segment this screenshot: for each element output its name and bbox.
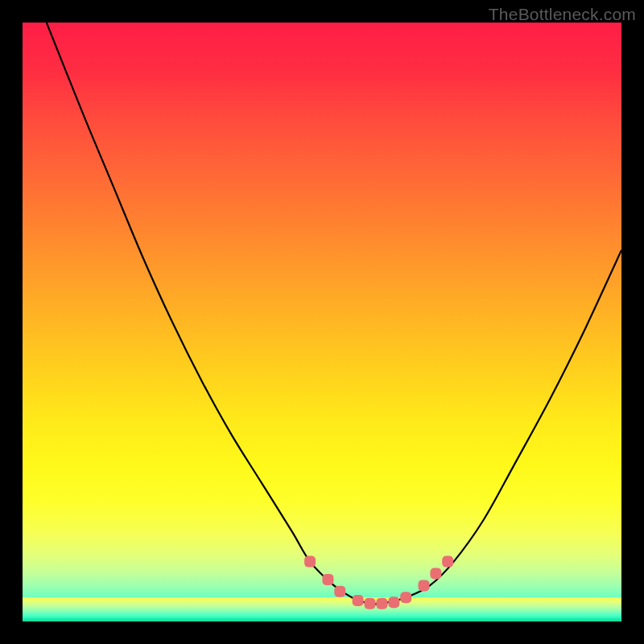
watermark-text: TheBottleneck.com [489, 5, 636, 24]
highlight-marker [365, 598, 376, 609]
highlight-marker [400, 592, 411, 603]
highlight-marker [442, 556, 453, 568]
highlight-marker [334, 586, 345, 597]
highlight-marker [322, 574, 333, 585]
plot-area [23, 23, 621, 621]
bottleneck-curve-path [47, 23, 621, 605]
highlight-marker [376, 598, 387, 609]
highlight-markers-group [304, 556, 453, 609]
highlight-marker [430, 568, 441, 580]
highlight-marker [419, 580, 430, 591]
bottleneck-curve-svg [23, 23, 621, 621]
chart-frame: TheBottleneck.com [0, 0, 644, 644]
highlight-marker [388, 597, 399, 608]
highlight-marker [304, 556, 316, 568]
highlight-marker [353, 595, 364, 606]
